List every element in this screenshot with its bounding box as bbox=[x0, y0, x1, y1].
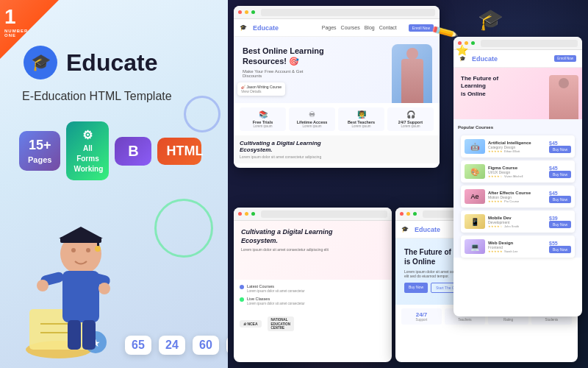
logo-icon: 🎓 bbox=[22, 44, 59, 81]
main-container: 1 NUMBERONE 🎓 Educate E-Education HTML T… bbox=[0, 0, 588, 368]
screenshot-bottom-left: Cultivating a Digital LearningEcosystem.… bbox=[234, 208, 392, 362]
list-item-1-sub: Lorem ipsum dolor sit amet consectetur bbox=[247, 289, 305, 293]
svg-marker-17 bbox=[59, 227, 103, 238]
ss-bm-buy-btn[interactable]: Buy Now bbox=[404, 283, 428, 293]
timer-box-3: 60 bbox=[193, 336, 219, 355]
browser-bar-r bbox=[453, 37, 582, 50]
lifetime-access-icon: ♾ bbox=[292, 110, 332, 118]
browser-dot-yellow bbox=[245, 10, 248, 14]
ss-nav-right: 🎓 Educate Enroll Now bbox=[453, 50, 582, 68]
ss-right-nav-btn: Enroll Now bbox=[554, 55, 576, 62]
ss-logos-row-bl: 🏛 NCEA NATIONALEDUCATIONCENTRE bbox=[234, 314, 392, 334]
ss-list-bl: Latest Courses Lorem ipsum dolor sit ame… bbox=[234, 280, 392, 314]
ss-course-info-3: After Effects Course Motion Design ★★★★★… bbox=[488, 191, 546, 203]
logo-area: 🎓 Educate bbox=[22, 44, 157, 81]
ss-course-btn-1[interactable]: Buy Now bbox=[549, 146, 571, 153]
browser-dot-green bbox=[251, 10, 255, 14]
timer-row: 65 24 60 1 bbox=[125, 336, 228, 355]
ss-course-card-4: 📱 Mobile Dev Development ★★★★☆ John Smit… bbox=[461, 210, 575, 233]
ss-hero-subtitle: Make Your Free Account & Get Discounts bbox=[243, 69, 323, 78]
ss-nav-btn: Enroll Now bbox=[409, 24, 434, 32]
nec-logo: NATIONALEDUCATIONCENTRE bbox=[268, 316, 294, 331]
ss-logo-bm: Educate bbox=[415, 226, 440, 233]
ss-course-rating-5: ★★★★★ Sarah Lee bbox=[488, 250, 546, 253]
svg-text:🎓: 🎓 bbox=[31, 52, 51, 72]
ss-course-info-4: Mobile Dev Development ★★★★☆ John Smith bbox=[488, 216, 546, 228]
ss-course-rating-1: ★★★★★ Ethan Elliott bbox=[488, 149, 546, 153]
svg-rect-14 bbox=[68, 320, 81, 350]
svg-point-20 bbox=[71, 248, 76, 252]
browser-url-bar bbox=[261, 9, 435, 16]
ncea-logo: 🏛 NCEA bbox=[240, 320, 262, 328]
graduation-hat-icon: 🎓 bbox=[478, 7, 503, 32]
svg-point-12 bbox=[37, 280, 49, 291]
ss-course-btn-5[interactable]: Buy Now bbox=[549, 246, 571, 253]
deco-circle-2 bbox=[184, 96, 220, 132]
html-badge: HTML bbox=[157, 138, 201, 165]
ss-course-rating-3: ★★★★★ Pro Course bbox=[488, 199, 546, 203]
ss-list-item-1: Latest Courses Lorem ipsum dolor sit ame… bbox=[240, 284, 386, 293]
ss-features-row: 📚 Free Trials Lorem ipsum ♾ Lifetime Acc… bbox=[234, 103, 440, 135]
support-icon: 🎧 bbox=[390, 110, 431, 118]
list-item-1-title: Latest Courses bbox=[247, 284, 305, 289]
ss-spring-course-badge: 🎸 Jason Writing CourseView Details bbox=[237, 82, 285, 96]
ss-course-rating-4: ★★★★☆ John Smith bbox=[488, 224, 546, 228]
star-icon: ⭐ bbox=[456, 44, 468, 56]
timer-box-2: 24 bbox=[159, 336, 185, 355]
browser-bar-top bbox=[234, 6, 440, 19]
free-trials-icon: 📚 bbox=[243, 110, 283, 118]
ss-feature-support: 🎧 24/7 Support Lorem ipsum bbox=[387, 107, 434, 131]
ss-feature-lifetime: ♾ Lifetime Access Lorem ipsum bbox=[289, 107, 335, 131]
ss-course-img-5: 💻 bbox=[465, 239, 485, 254]
list-dot-2 bbox=[240, 297, 244, 302]
ss-second-section: Cultivating a Digital LearningEcosystem.… bbox=[234, 135, 440, 163]
subtitle: E-Education HTML Template bbox=[22, 90, 172, 103]
ss-course-card-5: 💻 Web Design Frontend ★★★★★ Sarah Lee $5… bbox=[461, 236, 575, 258]
timer-box-1: 65 bbox=[125, 336, 151, 355]
ss-course-img-4: 📱 bbox=[465, 214, 485, 229]
ss-course-info-5: Web Design Frontend ★★★★★ Sarah Lee bbox=[488, 241, 546, 253]
ss-hero-bl: Cultivating a Digital LearningEcosystem.… bbox=[234, 221, 392, 280]
ss-course-img-1: 🤖 bbox=[465, 139, 485, 154]
ss-course-card-1: 🤖 Artificial Intelligence Category Desig… bbox=[461, 135, 575, 158]
ss-course-img-2: 🎨 bbox=[465, 164, 485, 179]
ss-course-btn-4[interactable]: Buy Now bbox=[549, 221, 571, 228]
list-dot-1 bbox=[240, 285, 244, 289]
ss-course-info-1: Artificial Intelligence Category Design … bbox=[488, 141, 546, 153]
ss-hero-bl-title: Cultivating a Digital LearningEcosystem. bbox=[241, 228, 384, 245]
forms-badge: ⚙ All Forms Working bbox=[66, 121, 109, 180]
ss-course-img-3: Ae bbox=[465, 189, 485, 204]
settings-icon: ⚙ bbox=[74, 127, 101, 144]
graduate-svg: ★ bbox=[15, 206, 132, 368]
ss-right-person bbox=[549, 75, 578, 119]
teachers-icon: 👨‍🏫 bbox=[341, 110, 381, 118]
ss-course-card-2: 🎨 Figma Course UI/UX Design ★★★★☆ Vivian… bbox=[461, 160, 575, 183]
bootstrap-badge: B bbox=[115, 137, 151, 166]
ss-courses-section: Popular Courses 🤖 Artificial Intelligenc… bbox=[453, 119, 582, 258]
ss-right-hero: The Future ofLearningis Online bbox=[453, 68, 582, 119]
ss-course-btn-3[interactable]: Buy Now bbox=[549, 196, 571, 203]
ss-list-item-2: Live Classes Lorem ipsum dolor sit amet … bbox=[240, 297, 386, 305]
list-item-2-title: Live Classes bbox=[247, 297, 305, 302]
right-panel: ✏️ 🎓 ⭐ 🎓 Educate Pages Courses Blog Cont… bbox=[228, 0, 588, 368]
screenshot-right: 🎓 Educate Enroll Now The Future ofLearni… bbox=[453, 37, 582, 316]
ss-feature-free-trials: 📚 Free Trials Lorem ipsum bbox=[240, 107, 286, 131]
ss-nav-top: 🎓 Educate Pages Courses Blog Contact Enr… bbox=[234, 19, 440, 37]
number-one-digit: 1 bbox=[4, 6, 28, 29]
pages-badge: 15+ Pages bbox=[19, 131, 60, 171]
ss-nav-items-top: Pages Courses Blog Contact bbox=[322, 25, 397, 30]
number-one-text: 1 NUMBERONE bbox=[4, 6, 28, 38]
ss-hero-bl-sub: Lorem ipsum dolor sit amet consectetur a… bbox=[241, 247, 384, 252]
deco-circle-1 bbox=[154, 199, 213, 258]
list-item-2-sub: Lorem ipsum dolor sit amet consectetur bbox=[247, 302, 305, 305]
ss-hero-person bbox=[392, 44, 432, 103]
ss-course-card-3: Ae After Effects Course Motion Design ★★… bbox=[461, 185, 575, 208]
svg-rect-15 bbox=[82, 320, 96, 350]
ss-feature-teachers: 👨‍🏫 Best Teachers Lorem ipsum bbox=[338, 107, 384, 131]
ss-course-btn-2[interactable]: Buy Now bbox=[549, 171, 571, 178]
ss-course-rating-2: ★★★★☆ Vivian Mitchell bbox=[488, 174, 546, 178]
ss-courses-title: Popular Courses bbox=[456, 122, 579, 132]
browser-bar-bl bbox=[234, 208, 392, 221]
number-one-label: NUMBERONE bbox=[4, 29, 28, 38]
ss-hero-top: Best Online LearningResources! 🎯 Make Yo… bbox=[234, 37, 440, 103]
